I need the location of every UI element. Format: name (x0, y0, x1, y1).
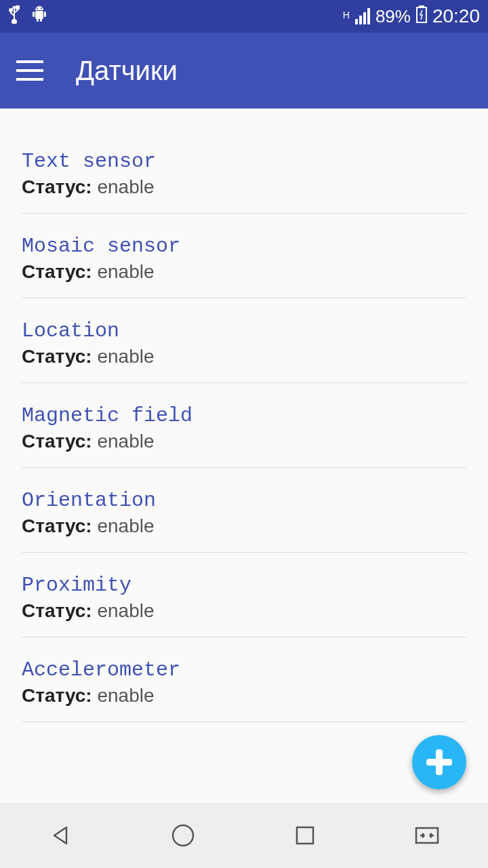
sensor-item[interactable]: OrientationСтатус: enable (22, 468, 466, 553)
sensor-item[interactable]: LocationСтатус: enable (22, 298, 466, 383)
sensor-status: Статус: enable (22, 176, 466, 198)
sensor-list[interactable]: Text sensorСтатус: enableMosaic sensorСт… (0, 108, 488, 803)
sensor-name: Mosaic sensor (22, 234, 466, 258)
svg-rect-13 (297, 827, 313, 844)
sensor-item[interactable]: Magnetic fieldСтатус: enable (22, 383, 466, 468)
svg-rect-0 (16, 6, 19, 9)
status-label: Статус: (22, 176, 92, 197)
sensor-status: Статус: enable (22, 346, 466, 368)
add-button[interactable] (412, 735, 466, 789)
sensor-name: Magnetic field (22, 403, 466, 428)
home-button[interactable] (168, 821, 198, 850)
svg-rect-3 (35, 11, 43, 19)
status-label: Статус: (22, 346, 92, 367)
sensor-status: Статус: enable (22, 685, 466, 707)
svg-point-12 (173, 825, 193, 846)
svg-point-5 (41, 8, 42, 9)
sensor-status: Статус: enable (22, 600, 466, 622)
status-value: enable (92, 431, 155, 452)
svg-rect-7 (44, 12, 46, 17)
android-debug-icon (30, 6, 49, 26)
sensor-name: Text sensor (22, 149, 466, 174)
svg-rect-11 (420, 5, 424, 7)
svg-point-1 (9, 9, 12, 12)
svg-rect-9 (40, 18, 42, 22)
sensor-status: Статус: enable (22, 515, 466, 537)
svg-point-2 (12, 20, 16, 24)
back-button[interactable] (46, 821, 76, 850)
status-label: Статус: (22, 261, 92, 282)
recent-apps-button[interactable] (290, 821, 320, 850)
sensor-item[interactable]: Mosaic sensorСтатус: enable (22, 214, 466, 298)
clock: 20:20 (432, 5, 480, 27)
sensor-name: Proximity (22, 573, 466, 597)
status-label: Статус: (22, 600, 92, 621)
app-bar: Датчики (0, 33, 488, 108)
signal-icon (355, 8, 370, 24)
svg-rect-8 (37, 18, 39, 22)
battery-percent: 89% (375, 6, 411, 27)
status-value: enable (92, 261, 155, 282)
status-value: enable (92, 685, 155, 706)
sensor-status: Статус: enable (22, 431, 466, 452)
status-bar: H 89% 20:20 (0, 0, 488, 33)
sensor-item[interactable]: Text sensorСтатус: enable (22, 129, 466, 214)
screenshot-share-button[interactable] (412, 821, 442, 850)
sensor-item[interactable]: AccelerometerСтатус: enable (22, 637, 466, 722)
status-label: Статус: (22, 685, 92, 706)
sensor-name: Orientation (22, 488, 466, 513)
status-value: enable (92, 176, 155, 197)
status-label: Статус: (22, 431, 92, 452)
status-value: enable (92, 600, 155, 621)
svg-point-4 (37, 8, 38, 9)
system-nav-bar (0, 803, 488, 868)
status-value: enable (92, 346, 155, 367)
svg-rect-6 (33, 12, 35, 17)
svg-rect-14 (416, 828, 438, 843)
menu-icon[interactable] (16, 60, 43, 81)
sensor-name: Accelerometer (22, 658, 466, 682)
status-label: Статус: (22, 515, 92, 536)
usb-icon (8, 5, 20, 28)
network-type-label: H (343, 9, 350, 20)
sensor-item[interactable]: ProximityСтатус: enable (22, 553, 466, 637)
sensor-status: Статус: enable (22, 261, 466, 283)
sensor-name: Location (22, 319, 466, 343)
status-value: enable (92, 515, 155, 536)
battery-charging-icon (416, 5, 427, 27)
page-title: Датчики (76, 56, 178, 86)
